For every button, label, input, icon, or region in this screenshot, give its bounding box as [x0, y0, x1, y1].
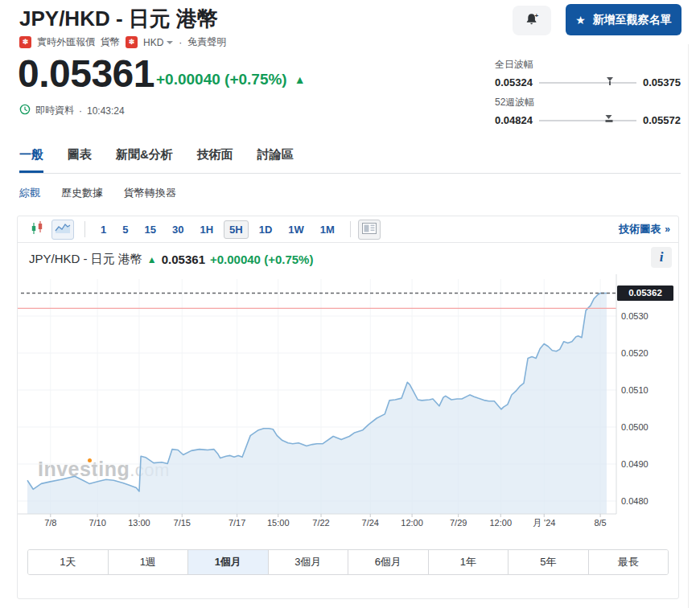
news-overlay-button[interactable]: [358, 220, 381, 240]
week52-range-label: 52週波幅: [495, 96, 681, 109]
svg-text:12:00: 12:00: [401, 518, 423, 528]
dot-separator: ·: [179, 37, 182, 48]
day-range-high: 0.05375: [643, 76, 681, 88]
technical-chart-link[interactable]: 技術圖表 »: [619, 222, 670, 236]
day-range-low: 0.05324: [495, 76, 533, 88]
period-3-months[interactable]: 3個月: [268, 550, 348, 574]
hk-flag-icon: ✽: [19, 36, 31, 48]
content-divider: [688, 44, 689, 608]
chart-last-price: 0.05361: [162, 253, 205, 266]
tab-chart[interactable]: 圖表: [68, 147, 92, 173]
chart-card: 1 5 15 30 1H 5H 1D 1W 1M: [17, 216, 679, 599]
price-change: +0.00040 (+0.75%) ▲: [156, 71, 306, 88]
tab-technical[interactable]: 技術面: [197, 147, 233, 173]
svg-text:7/8: 7/8: [44, 518, 56, 528]
bell-plus-icon: +: [524, 11, 540, 30]
svg-text:0.05362: 0.05362: [628, 288, 662, 298]
chevron-right-icon: »: [665, 224, 670, 235]
chart-toolbar: 1 5 15 30 1H 5H 1D 1W 1M: [18, 216, 678, 243]
main-tabs: 一般 圖表 新聞&分析 技術面 討論區: [19, 147, 681, 174]
svg-text:0.0530: 0.0530: [621, 311, 649, 321]
subtab-historical-data[interactable]: 歷史數據: [61, 186, 103, 200]
period-1-month[interactable]: 1個月: [187, 550, 268, 574]
chart-title-row: JPY/HKD - 日元 港幣 ▲ 0.05361 +0.00040 (+0.7…: [29, 252, 313, 267]
breadcrumb-category-link[interactable]: 貨幣: [101, 35, 120, 49]
create-alert-button[interactable]: +: [513, 6, 551, 35]
week52-range-slider[interactable]: [539, 120, 636, 121]
technical-chart-link-label: 技術圖表: [619, 222, 661, 236]
add-to-watchlist-button[interactable]: ★ 新增至觀察名單: [566, 4, 681, 35]
period-1-year[interactable]: 1年: [428, 550, 509, 574]
tab-general[interactable]: 一般: [19, 147, 43, 173]
svg-text:13:00: 13:00: [128, 518, 150, 528]
timeframe-15[interactable]: 15: [138, 220, 161, 239]
price-change-value: +0.00040 (+0.75%): [156, 71, 287, 88]
last-price: 0.05361: [18, 51, 154, 96]
realtime-time: 10:43:24: [87, 105, 125, 117]
timeframe-1m[interactable]: 1M: [315, 220, 340, 239]
period-5-years[interactable]: 5年: [508, 550, 588, 574]
timeframe-1h[interactable]: 1H: [194, 220, 219, 239]
svg-text:7/17: 7/17: [229, 518, 245, 528]
day-range-slider[interactable]: [539, 82, 636, 84]
day-range-label: 全日波幅: [495, 58, 681, 72]
period-6-months[interactable]: 6個月: [348, 550, 428, 574]
candlestick-icon: [30, 220, 44, 239]
svg-text:7/10: 7/10: [89, 518, 105, 528]
area-chart-button[interactable]: [51, 220, 74, 240]
week52-range-marker: [605, 115, 612, 122]
timeframe-30[interactable]: 30: [167, 220, 189, 239]
svg-text:7/24: 7/24: [362, 518, 379, 528]
realtime-row: 即時資料 · 10:43:24: [19, 104, 125, 117]
svg-text:15:00: 15:00: [267, 518, 290, 528]
timeframe-1w[interactable]: 1W: [282, 220, 310, 239]
disclaimer-link[interactable]: 免責聲明: [187, 35, 226, 49]
timeframe-5h[interactable]: 5H: [224, 220, 249, 239]
period-bar: 1天 1週 1個月 3個月 6個月 1年 5年 最長: [27, 549, 669, 575]
sub-tabs: 綜觀 歷史數據 貨幣轉換器: [19, 186, 176, 200]
svg-text:7/29: 7/29: [450, 518, 467, 528]
tab-news-analysis[interactable]: 新聞&分析: [116, 147, 173, 173]
svg-text:0.0520: 0.0520: [621, 348, 649, 358]
timeframe-5[interactable]: 5: [117, 220, 134, 239]
week52-range-high: 0.05572: [643, 114, 681, 126]
star-icon: ★: [575, 14, 586, 27]
up-arrow-icon: ▲: [294, 73, 306, 86]
tab-discussion[interactable]: 討論區: [257, 147, 294, 173]
day-range-row: 0.05324 0.05375: [495, 76, 681, 88]
svg-text:7/22: 7/22: [312, 518, 329, 528]
period-1-day[interactable]: 1天: [28, 550, 108, 574]
chart-instrument-title: JPY/HKD - 日元 港幣: [29, 252, 142, 267]
page-title: JPY/HKD - 日元 港幣: [19, 5, 218, 33]
day-range-marker: [607, 77, 613, 85]
timeframe-1[interactable]: 1: [95, 220, 112, 239]
caret-down-icon: [167, 41, 173, 44]
area-chart-icon: [55, 222, 71, 237]
svg-text:8/5: 8/5: [594, 518, 606, 528]
breadcrumb-quotes-link[interactable]: 實時外匯報價: [37, 35, 95, 49]
week52-range-low: 0.04824: [495, 114, 533, 126]
week52-range-row: 0.04824 0.05572: [495, 114, 681, 126]
toolbar-divider: [350, 221, 351, 237]
subtab-currency-converter[interactable]: 貨幣轉換器: [124, 186, 176, 200]
svg-text:+: +: [535, 12, 539, 19]
candlestick-chart-button[interactable]: [26, 220, 48, 240]
clock-icon: [19, 104, 31, 117]
toolbar-divider: [84, 221, 85, 237]
chart-up-arrow-icon: ▲: [147, 254, 157, 265]
realtime-label: 即時資料: [35, 104, 74, 117]
svg-text:月 '24: 月 '24: [533, 518, 555, 528]
info-button[interactable]: i: [651, 247, 672, 268]
price-chart[interactable]: 7/87/1013:007/157/1715:007/227/2412:007/…: [18, 274, 678, 540]
svg-text:0.0510: 0.0510: [621, 385, 649, 395]
currency-dropdown-label: HKD: [143, 37, 163, 48]
currency-dropdown[interactable]: HKD: [143, 37, 173, 48]
chart-price-change: +0.00040 (+0.75%): [210, 253, 313, 266]
svg-text:0.0480: 0.0480: [621, 496, 649, 506]
period-max[interactable]: 最長: [588, 550, 669, 574]
hkd-flag-icon: ✽: [126, 36, 138, 48]
period-1-week[interactable]: 1週: [108, 550, 188, 574]
subtab-overview[interactable]: 綜觀: [19, 186, 40, 200]
instrument-page: JPY/HKD - 日元 港幣 ✽ 實時外匯報價 貨幣 ✽ HKD · 免責聲明…: [0, 0, 700, 608]
timeframe-1d[interactable]: 1D: [253, 220, 278, 239]
